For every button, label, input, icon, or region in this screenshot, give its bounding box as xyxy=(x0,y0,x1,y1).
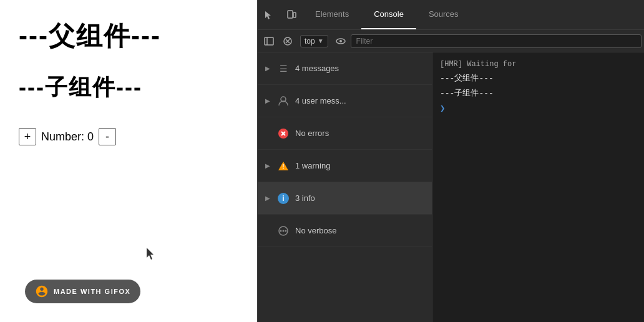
svg-point-16 xyxy=(280,230,282,232)
messages-label: 4 messages xyxy=(295,64,339,73)
sidebar-item-user-messages[interactable]: ▶ 4 user mess... xyxy=(258,85,432,117)
list-icon: ☰ xyxy=(278,63,289,74)
child-component-label: ---子组件--- xyxy=(19,72,238,103)
devtools-topbar: Elements Console Sources xyxy=(258,0,644,30)
sidebar-item-info[interactable]: ▶ i 3 info xyxy=(258,182,432,215)
gifox-icon xyxy=(35,285,49,298)
left-panel: ---父组件--- ---子组件--- + Number: 0 - MADE W… xyxy=(0,0,257,322)
warning-icon: ! xyxy=(278,160,289,172)
parent-component-label: ---父组件--- xyxy=(19,19,238,54)
level-value: top xyxy=(305,37,315,46)
arrow-icon: ▶ xyxy=(265,97,271,104)
tab-sources[interactable]: Sources xyxy=(416,0,471,29)
tab-elements[interactable]: Elements xyxy=(303,0,361,29)
user-messages-label: 4 user mess... xyxy=(295,96,346,105)
svg-point-8 xyxy=(339,40,342,42)
svg-point-17 xyxy=(283,230,285,232)
svg-point-18 xyxy=(285,230,287,232)
device-emulation-button[interactable] xyxy=(280,4,303,26)
verbose-icon xyxy=(278,225,289,237)
cursor-indicator xyxy=(147,248,157,263)
info-icon: i xyxy=(278,193,289,204)
decrement-button[interactable]: - xyxy=(99,128,116,145)
tab-console[interactable]: Console xyxy=(361,0,416,29)
console-toolbar: top ▼ xyxy=(258,30,644,52)
level-selector[interactable]: top ▼ xyxy=(300,35,328,47)
counter-row: + Number: 0 - xyxy=(19,128,238,145)
increment-button[interactable]: + xyxy=(19,128,36,145)
svg-text:!: ! xyxy=(282,163,284,170)
devtools-panel: Elements Console Sources top xyxy=(257,0,644,322)
filter-input[interactable] xyxy=(351,34,642,48)
info-label: 3 info xyxy=(295,193,315,203)
console-line-parent: ---父组件--- xyxy=(432,71,644,86)
warnings-label: 1 warning xyxy=(295,161,330,170)
gifox-text: MADE WITH GIFOX xyxy=(54,288,130,295)
sidebar-toggle-button[interactable] xyxy=(260,32,278,50)
console-line-hmr: [HMR] Waiting for xyxy=(432,57,644,71)
console-output: [HMR] Waiting for ---父组件--- ---子组件--- ❯ xyxy=(432,52,644,322)
counter-label: Number: 0 xyxy=(41,130,94,144)
sidebar-item-messages[interactable]: ▶ ☰ 4 messages xyxy=(258,52,432,85)
arrow-icon: ▶ xyxy=(265,195,271,202)
svg-rect-2 xyxy=(265,37,273,45)
sidebar-item-verbose[interactable]: ▶ No verbose xyxy=(258,215,432,247)
console-line-child: ---子组件--- xyxy=(432,86,644,101)
svg-rect-1 xyxy=(293,12,296,17)
errors-label: No errors xyxy=(295,129,329,138)
svg-rect-0 xyxy=(288,11,293,18)
console-sidebar: ▶ ☰ 4 messages ▶ 4 user mess... ▶ xyxy=(258,52,432,322)
clear-console-button[interactable] xyxy=(279,32,296,50)
console-chevron-icon: ❯ xyxy=(440,103,445,114)
eye-button[interactable] xyxy=(332,32,349,50)
arrow-icon: ▶ xyxy=(265,162,271,169)
verbose-label: No verbose xyxy=(295,226,336,235)
pointer-tool-button[interactable] xyxy=(258,4,280,26)
user-icon xyxy=(278,95,289,107)
level-dropdown-icon: ▼ xyxy=(318,37,324,44)
console-main: ▶ ☰ 4 messages ▶ 4 user mess... ▶ xyxy=(258,52,644,322)
sidebar-item-warnings[interactable]: ▶ ! 1 warning xyxy=(258,150,432,182)
error-icon xyxy=(278,128,289,139)
gifox-badge: MADE WITH GIFOX xyxy=(25,280,140,303)
console-prompt-row: ❯ xyxy=(432,100,644,116)
sidebar-item-errors[interactable]: ▶ No errors xyxy=(258,117,432,150)
arrow-icon: ▶ xyxy=(265,65,271,72)
